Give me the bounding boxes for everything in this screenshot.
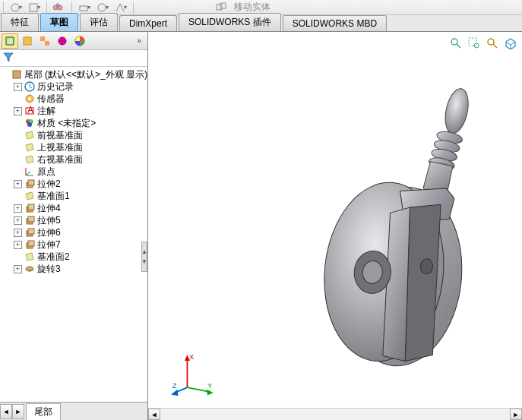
filter-icon[interactable] (3, 52, 14, 65)
tree-root[interactable]: 尾部 (默认<<默认>_外观 显示) (2, 68, 147, 81)
toolbar-btn-2[interactable]: ▾ (25, 1, 43, 14)
dimxpert-mgr-icon[interactable] (54, 33, 71, 49)
tree-item-label: 传感器 (37, 93, 65, 106)
tab-sketch[interactable]: 草图 (40, 13, 78, 31)
tree-item[interactable]: 基准面1 (2, 190, 147, 202)
tree-item[interactable]: 上视基准面 (2, 141, 147, 153)
svg-rect-10 (7, 38, 13, 44)
extrude-icon (24, 226, 36, 238)
svg-text:Z: Z (172, 381, 177, 390)
tree-item-label: 拉伸2 (37, 178, 61, 191)
tab-sw-addins[interactable]: SOLIDWORKS 插件 (179, 13, 281, 31)
svg-point-45 (488, 39, 494, 45)
tab-scroll-left[interactable]: ◄ (0, 404, 12, 419)
svg-rect-8 (220, 3, 226, 8)
svg-rect-43 (469, 38, 476, 46)
tree-item[interactable]: 材质 <未指定> (2, 117, 147, 129)
tree-item[interactable]: 前视基准面 (2, 129, 147, 141)
tree-item-label: 基准面1 (37, 190, 70, 203)
view-heads-up-toolbar (449, 36, 517, 50)
tree-item[interactable]: +拉伸7 (2, 238, 147, 251)
feature-tree[interactable]: 尾部 (默认<<默认>_外观 显示) +历史记录传感器+A注解材质 <未指定>前… (0, 67, 147, 402)
tree-item-label: 原点 (37, 166, 55, 178)
view-triad[interactable]: X Y Z (171, 352, 217, 397)
svg-rect-39 (28, 241, 34, 246)
zoom-fit-icon[interactable] (449, 36, 463, 50)
svg-point-21 (28, 97, 31, 100)
tree-item[interactable]: +旋转3 (2, 263, 147, 275)
tab-scroll-right[interactable]: ► (12, 404, 24, 419)
section-view-icon[interactable] (504, 36, 517, 50)
tree-item[interactable]: +拉伸6 (2, 226, 147, 238)
panel-overflow-icon[interactable]: » (137, 36, 146, 45)
tree-item-label: 上视基准面 (37, 141, 83, 154)
expand-icon[interactable]: + (14, 204, 22, 213)
toolbar-btn-1[interactable]: ▾ (7, 1, 25, 14)
plane-icon (24, 251, 36, 263)
tab-features[interactable]: 特征 (1, 13, 39, 31)
expand-icon[interactable]: + (14, 216, 22, 225)
svg-point-0 (11, 4, 19, 11)
scroll-right-icon[interactable]: ► (510, 409, 522, 420)
svg-point-47 (441, 87, 472, 136)
expand-icon[interactable]: + (14, 229, 22, 237)
display-mgr-icon[interactable] (71, 33, 88, 49)
extrude-icon (24, 178, 36, 190)
tree-item-label: 拉伸6 (37, 226, 61, 239)
zoom-area-icon[interactable] (467, 36, 481, 50)
tree-item[interactable]: +拉伸5 (2, 214, 147, 226)
move-entity-icon[interactable] (213, 1, 231, 14)
toolbar-btn-3[interactable] (50, 1, 68, 14)
svg-line-42 (457, 44, 460, 48)
tab-evaluate[interactable]: 评估 (80, 13, 118, 31)
svg-text:A: A (27, 106, 33, 115)
expand-icon[interactable]: + (14, 83, 22, 91)
expand-icon[interactable]: + (14, 107, 22, 115)
tree-item[interactable]: +拉伸4 (2, 202, 147, 214)
graphics-viewport[interactable]: X Y Z (148, 32, 522, 420)
tree-item[interactable]: 基准面2 (2, 251, 147, 263)
prev-view-icon[interactable] (486, 36, 499, 50)
tree-item[interactable]: +A注解 (2, 105, 147, 117)
expand-icon[interactable]: + (14, 180, 22, 188)
tree-item-label: 历史记录 (37, 81, 74, 93)
tree-item[interactable]: +历史记录 (2, 81, 147, 93)
svg-marker-64 (171, 390, 178, 396)
move-entity-label: 移动实体 (234, 1, 270, 14)
config-mgr-icon[interactable] (36, 33, 53, 49)
svg-rect-37 (28, 229, 34, 234)
tree-item[interactable]: 原点 (2, 166, 147, 178)
panel-splitter[interactable]: ▲▼ (141, 242, 147, 272)
toolbar-btn-5[interactable]: ▾ (93, 1, 112, 14)
horizontal-scrollbar[interactable]: ◄ ► (148, 408, 522, 420)
plane-icon (24, 153, 36, 166)
tab-dimxpert[interactable]: DimXpert (119, 15, 177, 31)
toolbar-btn-6[interactable]: ▾ (112, 1, 130, 14)
property-mgr-icon[interactable] (19, 33, 36, 49)
model-render (285, 77, 513, 396)
annot-icon: A (24, 105, 36, 117)
tree-item-label: 材质 <未指定> (37, 117, 96, 130)
toolbar-btn-4[interactable]: ▾ (75, 1, 93, 14)
tree-item-label: 旋转3 (37, 263, 61, 276)
feature-manager-panel: » 尾部 (默认<<默认>_外观 显示) +历史记录传感器+A注解材质 <未指定… (0, 32, 148, 420)
revolve-icon (24, 263, 36, 275)
tree-item[interactable]: 右视基准面 (2, 153, 147, 166)
scroll-left-icon[interactable]: ◄ (148, 409, 160, 420)
expand-icon[interactable]: + (14, 265, 22, 273)
svg-line-29 (26, 172, 30, 175)
fm-tree-icon[interactable] (2, 33, 18, 49)
svg-rect-7 (217, 5, 222, 10)
tree-item-label: 基准面2 (37, 251, 70, 264)
tree-item[interactable]: +拉伸2 (2, 178, 147, 190)
extrude-icon (24, 238, 36, 251)
bottom-tab-part[interactable]: 尾部 (26, 403, 61, 420)
tree-item[interactable]: 传感器 (2, 93, 147, 105)
command-tabs: 特征 草图 评估 DimXpert SOLIDWORKS 插件 SOLIDWOR… (0, 15, 522, 32)
expand-icon[interactable]: + (14, 241, 22, 249)
plane-icon (24, 190, 36, 202)
part-icon (11, 68, 22, 81)
tab-sw-mbd[interactable]: SOLIDWORKS MBD (283, 15, 387, 31)
svg-point-41 (451, 39, 457, 45)
svg-rect-35 (28, 216, 34, 222)
